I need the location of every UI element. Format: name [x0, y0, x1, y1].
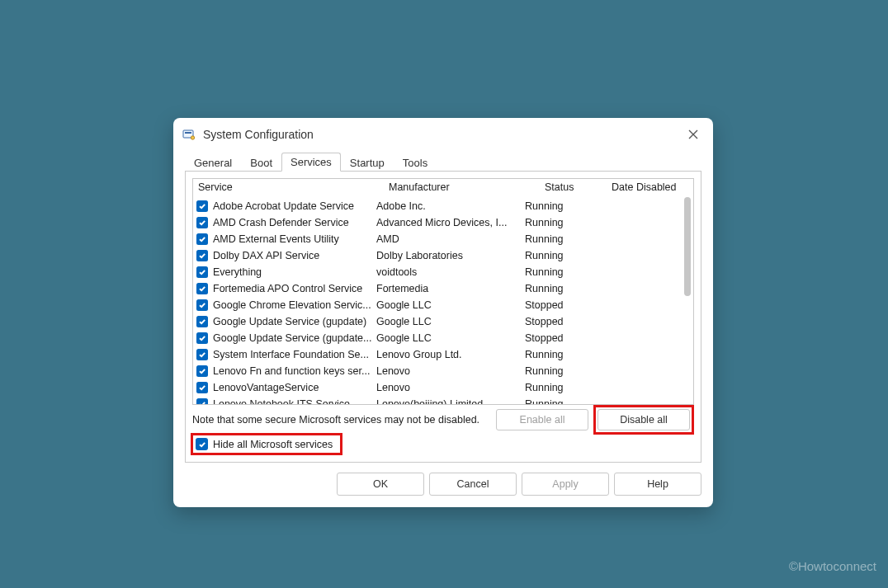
service-checkbox[interactable] — [196, 332, 208, 344]
service-checkbox[interactable] — [196, 382, 208, 393]
service-status: Running — [525, 217, 584, 228]
cancel-button[interactable]: Cancel — [429, 473, 517, 496]
service-name: Google Chrome Elevation Servic... — [213, 299, 376, 311]
service-checkbox[interactable] — [196, 365, 208, 377]
service-status: Running — [525, 398, 584, 404]
service-name: Dolby DAX API Service — [213, 250, 376, 261]
table-row[interactable]: System Interface Foundation Se...Lenovo … — [193, 346, 693, 363]
table-row[interactable]: EverythingvoidtoolsRunning — [193, 264, 693, 280]
table-row[interactable]: Google Update Service (gupdate)Google LL… — [193, 313, 693, 330]
service-status: Running — [525, 382, 584, 393]
table-row[interactable]: Lenovo Notebook ITS ServiceLenovo(beijin… — [193, 396, 693, 404]
service-manufacturer: voidtools — [376, 266, 525, 278]
service-checkbox[interactable] — [196, 398, 208, 404]
tabstrip: GeneralBootServicesStartupTools — [185, 151, 701, 171]
service-checkbox[interactable] — [196, 349, 208, 360]
ok-button[interactable]: OK — [337, 473, 424, 496]
scrollbar-thumb[interactable] — [684, 197, 691, 296]
service-checkbox[interactable] — [196, 233, 208, 245]
service-checkbox[interactable] — [196, 200, 208, 212]
col-manufacturer-header[interactable]: Manufacturer — [384, 179, 540, 197]
service-manufacturer: Google LLC — [376, 299, 525, 311]
service-status: Running — [525, 365, 584, 377]
service-manufacturer: Adobe Inc. — [376, 200, 525, 212]
service-manufacturer: Lenovo(beijing) Limited — [376, 398, 525, 404]
hide-ms-row: Hide all Microsoft services — [192, 435, 341, 454]
table-row[interactable]: Adobe Acrobat Update ServiceAdobe Inc.Ru… — [193, 198, 693, 214]
service-manufacturer: Google LLC — [376, 316, 525, 327]
col-status-header[interactable]: Status — [540, 179, 607, 197]
col-service-header[interactable]: Service — [193, 179, 384, 197]
service-status: Stopped — [525, 316, 584, 327]
service-status: Running — [525, 266, 584, 278]
service-manufacturer: Lenovo — [376, 365, 525, 377]
service-checkbox[interactable] — [196, 250, 208, 261]
service-name: Everything — [213, 266, 376, 278]
service-status: Running — [525, 250, 584, 261]
watermark: ©Howtoconnect — [789, 559, 876, 573]
service-checkbox[interactable] — [196, 217, 208, 228]
scrollbar[interactable] — [683, 197, 692, 403]
table-row[interactable]: AMD External Events UtilityAMDRunning — [193, 231, 693, 247]
table-row[interactable]: Google Update Service (gupdate...Google … — [193, 330, 693, 346]
app-icon — [182, 127, 196, 142]
tab-general[interactable]: General — [185, 153, 241, 172]
tab-startup[interactable]: Startup — [341, 153, 394, 172]
table-row[interactable]: Dolby DAX API ServiceDolby LaboratoriesR… — [193, 247, 693, 264]
disable-all-button[interactable]: Disable all — [598, 409, 690, 430]
service-checkbox[interactable] — [196, 266, 208, 278]
secure-services-note: Note that some secure Microsoft services… — [192, 414, 491, 426]
service-name: Adobe Acrobat Update Service — [213, 200, 376, 212]
service-status: Stopped — [525, 299, 584, 311]
list-header: Service Manufacturer Status Date Disable… — [193, 179, 693, 198]
service-status: Stopped — [525, 332, 584, 344]
service-name: Lenovo Notebook ITS Service — [213, 398, 376, 404]
titlebar: System Configuration — [173, 118, 713, 151]
window-title: System Configuration — [203, 128, 314, 141]
service-status: Running — [525, 283, 584, 294]
table-row[interactable]: Google Chrome Elevation Servic...Google … — [193, 297, 693, 313]
service-name: Lenovo Fn and function keys ser... — [213, 365, 376, 377]
close-button[interactable] — [682, 125, 705, 144]
hide-ms-checkbox[interactable] — [196, 438, 208, 450]
service-name: Google Update Service (gupdate) — [213, 316, 376, 327]
disable-all-highlight: Disable all — [593, 405, 694, 435]
svg-rect-1 — [185, 132, 191, 134]
service-name: LenovoVantageService — [213, 382, 376, 393]
tab-services[interactable]: Services — [281, 153, 341, 172]
service-name: Fortemedia APO Control Service — [213, 283, 376, 294]
service-manufacturer: Google LLC — [376, 332, 525, 344]
apply-button[interactable]: Apply — [522, 473, 609, 496]
table-row[interactable]: LenovoVantageServiceLenovoRunning — [193, 379, 693, 396]
service-name: System Interface Foundation Se... — [213, 349, 376, 360]
services-scrollarea[interactable]: Adobe Acrobat Update ServiceAdobe Inc.Ru… — [193, 198, 693, 404]
services-listview[interactable]: Service Manufacturer Status Date Disable… — [192, 178, 694, 405]
service-manufacturer: AMD — [376, 233, 525, 245]
service-status: Running — [525, 233, 584, 245]
service-manufacturer: Lenovo Group Ltd. — [376, 349, 525, 360]
enable-all-button[interactable]: Enable all — [496, 409, 588, 430]
col-date-disabled-header[interactable]: Date Disabled — [607, 179, 693, 197]
help-button[interactable]: Help — [614, 473, 701, 496]
dialog-buttons: OK Cancel Apply Help — [185, 463, 701, 496]
table-row[interactable]: AMD Crash Defender ServiceAdvanced Micro… — [193, 214, 693, 231]
service-checkbox[interactable] — [196, 316, 208, 327]
service-checkbox[interactable] — [196, 299, 208, 311]
service-manufacturer: Advanced Micro Devices, I... — [376, 217, 525, 228]
table-row[interactable]: Lenovo Fn and function keys ser...Lenovo… — [193, 363, 693, 379]
service-name: Google Update Service (gupdate... — [213, 332, 376, 344]
service-manufacturer: Fortemedia — [376, 283, 525, 294]
client-area: GeneralBootServicesStartupTools Service … — [173, 151, 713, 507]
hide-ms-label: Hide all Microsoft services — [213, 439, 333, 450]
service-checkbox[interactable] — [196, 283, 208, 294]
system-configuration-window: System Configuration GeneralBootServices… — [173, 118, 713, 507]
service-name: AMD External Events Utility — [213, 233, 376, 245]
tab-tools[interactable]: Tools — [394, 153, 437, 172]
services-tabpage: Service Manufacturer Status Date Disable… — [185, 171, 701, 463]
tab-boot[interactable]: Boot — [241, 153, 281, 172]
service-name: AMD Crash Defender Service — [213, 217, 376, 228]
service-manufacturer: Lenovo — [376, 382, 525, 393]
service-status: Running — [525, 200, 584, 212]
table-row[interactable]: Fortemedia APO Control ServiceFortemedia… — [193, 280, 693, 297]
svg-point-2 — [191, 136, 194, 139]
